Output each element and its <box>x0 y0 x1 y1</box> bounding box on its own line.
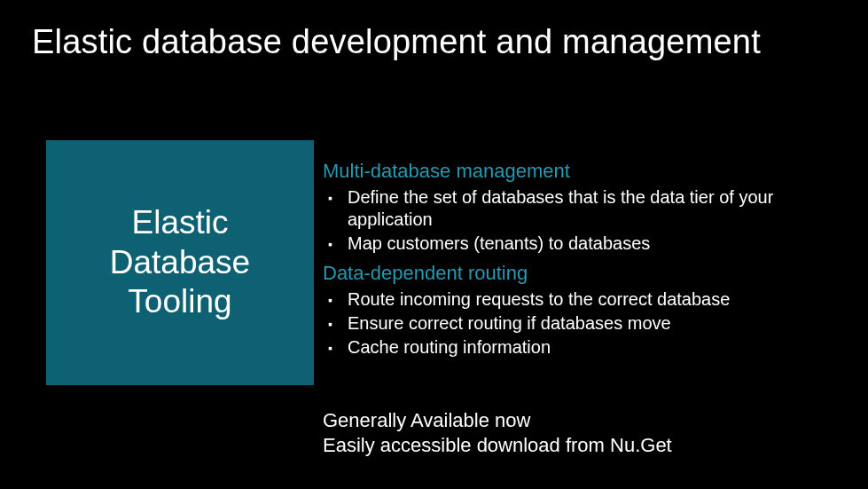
bullet-list-1: Define the set of databases that is the … <box>323 186 850 255</box>
footer-area: Generally Available now Easily accessibl… <box>323 408 850 457</box>
bullet-item: Define the set of databases that is the … <box>348 186 850 231</box>
bullet-item: Cache routing information <box>348 336 850 359</box>
footer-line-1: Generally Available now <box>323 408 850 433</box>
content-area: Multi-database management Define the set… <box>323 160 850 366</box>
bullet-item: Ensure correct routing if databases move <box>348 312 850 335</box>
footer-line-2: Easily accessible download from Nu.Get <box>323 433 850 458</box>
feature-box-label: Elastic Database Tooling <box>110 203 250 321</box>
feature-box: Elastic Database Tooling <box>46 140 314 385</box>
bullet-item: Map customers (tenants) to databases <box>348 233 850 255</box>
section-heading-1: Multi-database management <box>323 160 850 183</box>
section-heading-2: Data-dependent routing <box>323 262 850 285</box>
bullet-list-2: Route incoming requests to the correct d… <box>323 288 850 359</box>
bullet-item: Route incoming requests to the correct d… <box>348 288 850 311</box>
slide-title: Elastic database development and managem… <box>32 23 761 61</box>
